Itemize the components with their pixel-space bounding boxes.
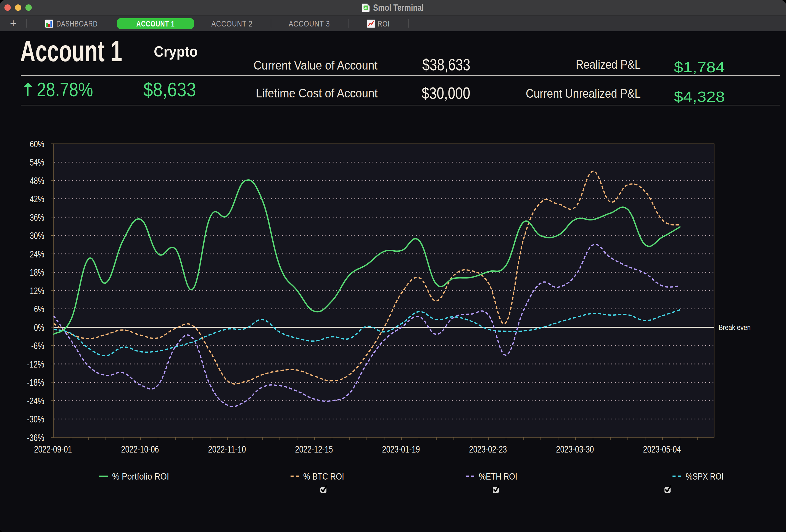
svg-text:2023-05-04: 2023-05-04 bbox=[643, 444, 681, 455]
svg-text:-6%: -6% bbox=[31, 340, 44, 351]
svg-text:42%: 42% bbox=[30, 193, 44, 204]
svg-text:2022-11-10: 2022-11-10 bbox=[208, 444, 246, 455]
svg-text:%SPX ROI: %SPX ROI bbox=[686, 471, 723, 482]
svg-text:30%: 30% bbox=[30, 230, 44, 241]
svg-text:%ETH ROI: %ETH ROI bbox=[479, 471, 517, 482]
svg-text:2022-09-01: 2022-09-01 bbox=[34, 444, 72, 455]
svg-text:24%: 24% bbox=[30, 249, 44, 259]
svg-text:-36%: -36% bbox=[27, 432, 44, 443]
svg-text:-24%: -24% bbox=[27, 395, 44, 406]
svg-text:2023-02-23: 2023-02-23 bbox=[469, 444, 507, 455]
svg-text:2022-12-15: 2022-12-15 bbox=[295, 444, 333, 455]
svg-text:2022-10-06: 2022-10-06 bbox=[121, 444, 159, 455]
svg-text:-12%: -12% bbox=[27, 359, 44, 369]
svg-text:-18%: -18% bbox=[27, 377, 44, 388]
svg-text:% Portfolio ROI: % Portfolio ROI bbox=[112, 471, 169, 482]
svg-text:36%: 36% bbox=[30, 212, 44, 223]
svg-text:48%: 48% bbox=[30, 175, 44, 186]
svg-text:2023-03-30: 2023-03-30 bbox=[556, 444, 594, 455]
svg-text:-30%: -30% bbox=[27, 414, 44, 425]
svg-text:% BTC ROI: % BTC ROI bbox=[303, 471, 344, 482]
svg-text:Break even: Break even bbox=[719, 323, 750, 332]
svg-text:2023-01-19: 2023-01-19 bbox=[382, 444, 420, 455]
svg-text:0%: 0% bbox=[34, 322, 44, 333]
svg-text:6%: 6% bbox=[34, 304, 44, 314]
svg-text:60%: 60% bbox=[30, 139, 44, 149]
svg-text:54%: 54% bbox=[30, 157, 44, 168]
svg-text:18%: 18% bbox=[30, 267, 44, 277]
svg-text:12%: 12% bbox=[30, 285, 44, 296]
